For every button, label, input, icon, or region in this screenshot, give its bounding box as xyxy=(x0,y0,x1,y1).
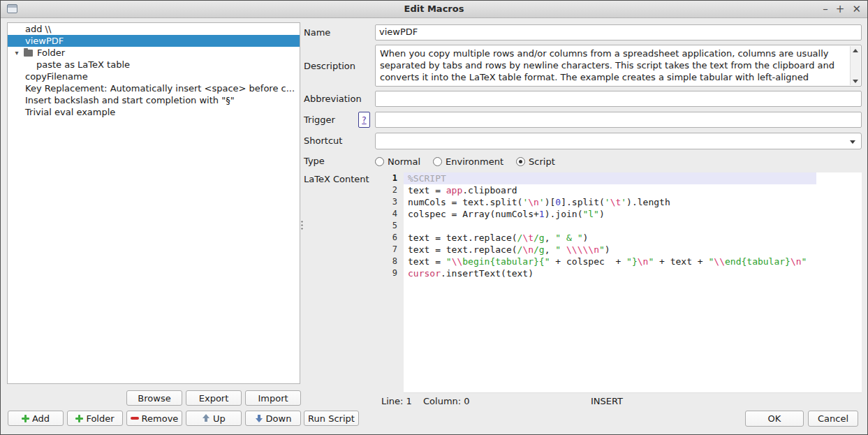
scroll-down-icon[interactable] xyxy=(851,77,860,85)
line-number: 8 xyxy=(380,256,404,267)
line-number: 7 xyxy=(380,244,404,256)
export-button[interactable]: Export xyxy=(186,390,242,406)
line-number: 2 xyxy=(380,184,404,196)
scroll-up-icon[interactable] xyxy=(851,46,860,54)
plus-icon xyxy=(75,415,83,422)
browse-button-label: Browse xyxy=(138,393,170,404)
splitter-handle[interactable] xyxy=(301,220,303,231)
line-number: 3 xyxy=(380,196,404,208)
macro-list-item-label: Key Replacement: Automatically insert <s… xyxy=(25,83,295,94)
code-line: text = "\\begin{tabular}{" + colspec + "… xyxy=(404,256,862,267)
cancel-button[interactable]: Cancel xyxy=(808,411,858,427)
radio-circle-icon xyxy=(516,157,525,166)
line-number: 4 xyxy=(380,208,404,220)
macro-list-item-label: Trivial eval example xyxy=(25,107,115,117)
macro-list-item[interactable]: viewPDF xyxy=(8,35,300,47)
status-column: Column: 0 xyxy=(423,396,470,406)
code-line: text = text.replace(/\n/g, " \\\\\n") xyxy=(404,244,862,256)
radio-normal-label: Normal xyxy=(388,156,420,167)
line-number: 1 xyxy=(380,172,404,184)
cancel-button-label: Cancel xyxy=(818,413,848,424)
macro-list-item[interactable]: ▾Folder xyxy=(8,47,300,59)
add-folder-button-label: Folder xyxy=(86,413,114,424)
latex-content-label: LaTeX Content xyxy=(304,174,369,184)
type-label: Type xyxy=(304,156,325,166)
run-script-button-label: Run Script xyxy=(308,413,355,424)
down-arrow-icon xyxy=(255,414,263,422)
shortcut-combobox[interactable] xyxy=(375,133,862,149)
radio-normal[interactable]: Normal xyxy=(375,156,420,167)
add-folder-button[interactable]: Folder xyxy=(67,411,123,426)
macro-list-item-label: Insert backslash and start completion wi… xyxy=(25,95,235,105)
move-up-button[interactable]: Up xyxy=(186,411,242,426)
maximize-button[interactable]: + xyxy=(836,4,845,15)
macro-list-item[interactable]: add \\ xyxy=(8,23,300,35)
code-line: %SCRIPT xyxy=(404,172,816,184)
move-down-button[interactable]: Down xyxy=(245,411,301,426)
help-question-mark: ? xyxy=(362,115,366,125)
browse-button[interactable]: Browse xyxy=(126,390,182,406)
latex-content-editor[interactable]: 123456789 %SCRIPTtext = app.clipboardnum… xyxy=(380,172,862,393)
folder-icon xyxy=(24,50,33,57)
macro-list-item-label: paste as LaTeX table xyxy=(36,59,130,70)
edit-macros-dialog: Edit Macros – + ✕ add \\viewPDF▾Folderpa… xyxy=(0,0,868,435)
macro-list-item[interactable]: Key Replacement: Automatically insert <s… xyxy=(8,82,300,94)
import-button-label: Import xyxy=(258,393,288,404)
macro-list-item-label: viewPDF xyxy=(25,36,64,46)
plus-icon xyxy=(22,415,29,422)
code-area[interactable]: %SCRIPTtext = app.clipboardnumCols = tex… xyxy=(404,172,862,393)
macro-list-item[interactable]: copyFilename xyxy=(8,71,300,82)
radio-script-label: Script xyxy=(529,156,555,167)
name-input[interactable]: viewPDF xyxy=(375,24,862,40)
code-line xyxy=(404,220,862,232)
trigger-input[interactable] xyxy=(375,112,862,128)
macro-list-item[interactable]: Trivial eval example xyxy=(8,106,300,118)
radio-script[interactable]: Script xyxy=(516,156,555,167)
close-button[interactable]: ✕ xyxy=(852,4,861,15)
radio-circle-icon xyxy=(375,157,384,166)
ok-button-label: OK xyxy=(768,413,781,424)
description-text: When you copy multiple rows and/or colum… xyxy=(380,48,834,82)
shortcut-label: Shortcut xyxy=(304,135,342,146)
chevron-down-icon[interactable] xyxy=(850,140,855,144)
macro-list-item-label: Folder xyxy=(37,47,65,59)
remove-button[interactable]: Remove xyxy=(126,411,182,426)
line-number-gutter: 123456789 xyxy=(380,172,404,279)
export-button-label: Export xyxy=(199,393,229,404)
status-line: Line: 1 xyxy=(381,396,412,406)
trigger-help-button[interactable]: ? xyxy=(358,112,370,128)
description-scrollbar[interactable] xyxy=(850,46,860,85)
macro-list-item[interactable]: Insert backslash and start completion wi… xyxy=(8,94,300,106)
abbreviation-label: Abbreviation xyxy=(304,94,362,104)
expand-arrow-icon[interactable]: ▾ xyxy=(12,47,22,59)
minimize-button[interactable]: – xyxy=(823,4,828,15)
up-arrow-icon xyxy=(202,414,210,422)
line-number: 6 xyxy=(380,232,404,244)
ok-button[interactable]: OK xyxy=(745,411,804,427)
run-script-button[interactable]: Run Script xyxy=(304,411,359,426)
macro-list-item-label: copyFilename xyxy=(25,71,88,82)
macro-list-item-label: add \\ xyxy=(25,24,51,34)
minus-icon xyxy=(131,417,139,420)
titlebar: Edit Macros – + ✕ xyxy=(1,1,867,18)
window-title: Edit Macros xyxy=(1,3,867,14)
abbreviation-input[interactable] xyxy=(375,91,862,107)
description-input[interactable]: When you copy multiple rows and/or colum… xyxy=(375,45,862,87)
add-button-label: Add xyxy=(32,413,50,424)
line-number: 9 xyxy=(380,267,404,279)
line-number: 5 xyxy=(380,220,404,232)
code-line: cursor.insertText(text) xyxy=(404,267,862,279)
move-down-button-label: Down xyxy=(266,413,292,424)
macro-list[interactable]: add \\viewPDF▾Folderpaste as LaTeX table… xyxy=(7,22,300,384)
remove-button-label: Remove xyxy=(142,413,179,424)
code-line: text = app.clipboard xyxy=(404,184,862,196)
radio-environment[interactable]: Environment xyxy=(433,156,503,167)
radio-circle-icon xyxy=(433,157,442,166)
macro-list-item[interactable]: paste as LaTeX table xyxy=(8,59,300,71)
radio-environment-label: Environment xyxy=(446,156,503,167)
code-line: numCols = text.split('\n')[0].split('\t'… xyxy=(404,196,862,208)
import-button[interactable]: Import xyxy=(245,390,301,406)
add-button[interactable]: Add xyxy=(8,411,64,426)
name-label: Name xyxy=(304,27,330,38)
status-insert-mode: INSERT xyxy=(591,396,623,406)
